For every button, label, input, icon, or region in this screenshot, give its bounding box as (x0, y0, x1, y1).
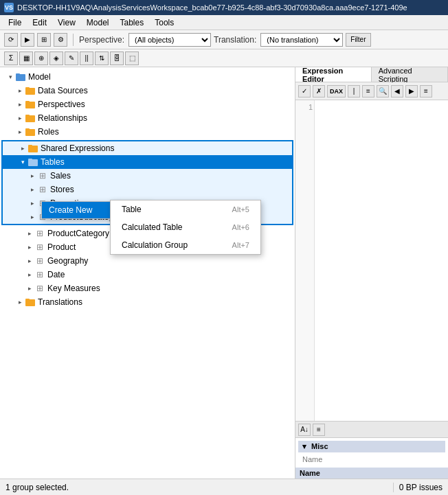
tree-item-keymeasures[interactable]: ▸ ⊞ Key Measures (0, 281, 295, 295)
toolbar-icon-4[interactable]: ⚙ (54, 33, 67, 47)
tree-label-ds: Data Sources (38, 86, 88, 95)
tab-advanced-scripting[interactable]: Advanced Scripting (372, 67, 448, 82)
main-layout: ▾ Model ▸ Data Sources ▸ Perspectives ▸ … (0, 67, 448, 479)
toolbar2-btn-2[interactable]: ▦ (19, 51, 33, 65)
svg-rect-9 (25, 128, 30, 130)
toolbar-icon-2[interactable]: ▶ (21, 33, 34, 47)
perspective-dropdown[interactable]: (All objects) (128, 33, 211, 47)
expr-btn-dax[interactable]: DAX (327, 85, 346, 97)
table-icon-date: ⊞ (34, 270, 45, 279)
tree-item-date[interactable]: ▸ ⊞ Date (0, 268, 295, 281)
menu-model[interactable]: Model (81, 16, 115, 29)
shortcut-table: Alt+5 (232, 205, 249, 214)
expand-icon-se: ▸ (18, 143, 27, 153)
expr-btn-prev[interactable]: ◀ (391, 85, 403, 97)
editor-tabs: Expression Editor Advanced Scripting (295, 67, 448, 82)
tree-item-shared-expressions[interactable]: ▸ Shared Expressions (3, 141, 292, 155)
tree-item-sales[interactable]: ▸ ⊞ Sales (3, 169, 292, 183)
tree-view: ▾ Model ▸ Data Sources ▸ Perspectives ▸ … (0, 67, 295, 312)
name-bottom-bar: Name (295, 468, 448, 479)
svg-rect-6 (25, 115, 35, 122)
menu-file[interactable]: File (3, 16, 27, 29)
submenu-item-calc-group[interactable]: Calculation Group Alt+7 (111, 236, 260, 254)
submenu-item-table[interactable]: Table Alt+5 (111, 200, 260, 218)
tree-item-geography[interactable]: ▸ ⊞ Geography (0, 254, 295, 268)
toolbar2-btn-1[interactable]: Σ (4, 51, 18, 65)
submenu: Table Alt+5 Calculated Table Alt+6 Calcu… (110, 200, 261, 255)
svg-rect-0 (16, 74, 25, 81)
expand-icon-roles: ▸ (15, 127, 25, 137)
table-icon-geo: ⊞ (34, 256, 45, 266)
toolbar-icon-1[interactable]: ⟳ (4, 33, 18, 47)
tree-label-se: Shared Expressions (41, 143, 114, 153)
svg-rect-13 (28, 159, 32, 160)
tab-expression-editor[interactable]: Expression Editor (295, 67, 372, 82)
menu-tools[interactable]: Tools (149, 16, 179, 29)
folder-icon-trans (25, 297, 36, 307)
toolbar2-btn-5[interactable]: ✎ (65, 51, 78, 65)
props-sort-cat[interactable]: ≡ (313, 424, 325, 436)
perspective-label: Perspective: (79, 35, 124, 45)
folder-icon-persp (25, 100, 36, 109)
toolbar2-btn-3[interactable]: ⊕ (34, 51, 48, 65)
tree-item-model[interactable]: ▾ Model (0, 70, 295, 84)
expand-icon-model: ▾ (5, 72, 15, 82)
menu-view[interactable]: View (52, 16, 81, 29)
tree-item-translations[interactable]: ▸ Translations (0, 295, 295, 309)
expr-btn-sep[interactable]: | (348, 85, 360, 97)
expand-icon-promotion: ▸ (27, 198, 37, 208)
svg-rect-10 (28, 146, 38, 152)
line-numbers: 1 (295, 100, 315, 421)
status-bar: 1 group selected. 0 BP issues (0, 479, 448, 495)
svg-rect-14 (25, 299, 35, 306)
tree-label-km: Key Measures (47, 284, 100, 293)
title-bar: VS DESKTOP-HH1V9AQ\AnalysisServicesWorks… (0, 0, 448, 15)
tree-item-roles[interactable]: ▸ Roles (0, 125, 295, 139)
table-icon-pc: ⊞ (34, 229, 45, 238)
tree-item-stores[interactable]: ▸ ⊞ Stores (3, 183, 292, 196)
toolbar2-btn-4[interactable]: ◈ (49, 51, 63, 65)
translation-dropdown[interactable]: (No translation) (260, 33, 343, 47)
expr-btn-format[interactable]: ≡ (362, 85, 374, 97)
table-icon-km: ⊞ (34, 284, 45, 293)
expr-btn-x[interactable]: ✗ (313, 85, 325, 97)
svg-rect-7 (25, 115, 30, 116)
menu-tables[interactable]: Tables (115, 16, 150, 29)
tree-label-persp: Perspectives (38, 100, 85, 109)
tree-item-perspectives[interactable]: ▸ Perspectives (0, 97, 295, 111)
expr-btn-more[interactable]: ≡ (420, 85, 432, 97)
submenu-item-calc-table[interactable]: Calculated Table Alt+6 (111, 218, 260, 236)
properties-panel: A↓ ≡ ▾ Misc Name (295, 421, 448, 468)
tree-item-tables[interactable]: ▾ Tables (3, 155, 292, 169)
toolbar2-btn-9[interactable]: ⬚ (125, 51, 139, 65)
expr-btn-search[interactable]: 🔍 (377, 85, 389, 97)
props-sort-alpha[interactable]: A↓ (298, 424, 311, 436)
tree-label-product: Product (47, 242, 76, 252)
code-area[interactable] (315, 100, 448, 421)
svg-rect-3 (25, 87, 30, 89)
expr-btn-check[interactable]: ✓ (298, 85, 311, 97)
filter-button[interactable]: Filter (346, 33, 370, 47)
svg-rect-8 (25, 129, 35, 136)
tree-label-trans: Translations (38, 297, 82, 307)
context-menu-create-new-label: Create New (49, 205, 92, 215)
tree-label-stores: Stores (50, 185, 74, 194)
expr-btn-next[interactable]: ▶ (405, 85, 418, 97)
props-content: ▾ Misc Name (295, 438, 448, 468)
toolbar-icon-3[interactable]: ⊞ (37, 33, 51, 47)
table-icon-stores: ⊞ (37, 185, 48, 194)
svg-rect-5 (25, 101, 30, 102)
toolbar2-btn-8[interactable]: 🗄 (110, 51, 124, 65)
expression-toolbar: ✓ ✗ DAX | ≡ 🔍 ◀ ▶ ≡ (295, 82, 448, 100)
tree-label-rel: Relationships (38, 113, 87, 123)
expand-icon-tables: ▾ (18, 157, 27, 167)
toolbar2-btn-6[interactable]: || (80, 51, 93, 65)
shortcut-calc-group: Alt+7 (232, 241, 249, 249)
misc-section-label: ▾ Misc (302, 442, 328, 450)
left-panel: ▾ Model ▸ Data Sources ▸ Perspectives ▸ … (0, 67, 295, 479)
tree-item-relationships[interactable]: ▸ Relationships (0, 111, 295, 125)
menu-edit[interactable]: Edit (27, 16, 52, 29)
toolbar2-btn-7[interactable]: ⇅ (95, 51, 109, 65)
tree-item-data-sources[interactable]: ▸ Data Sources (0, 84, 295, 97)
table-icon-product: ⊞ (34, 242, 45, 252)
